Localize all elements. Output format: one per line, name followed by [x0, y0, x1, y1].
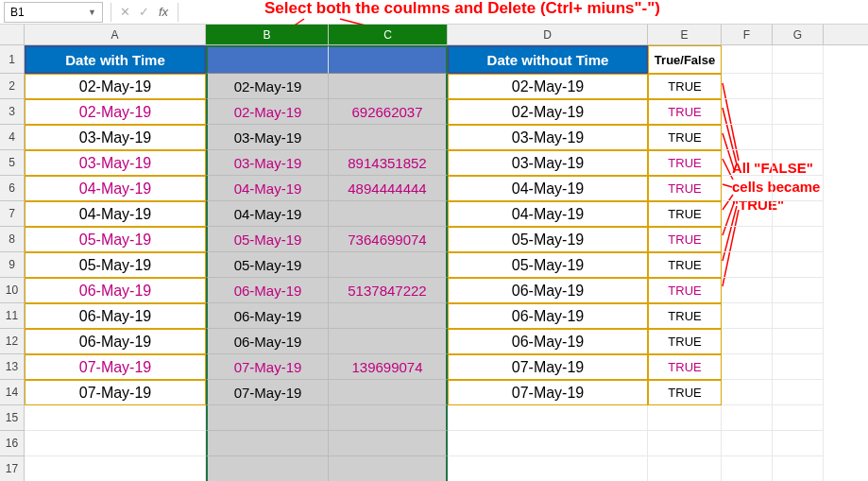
- cell-date-without-time[interactable]: 05-May-19: [448, 227, 648, 252]
- cell[interactable]: [722, 45, 773, 74]
- cell[interactable]: [773, 252, 824, 278]
- row-header[interactable]: 14: [0, 380, 25, 405]
- cell-selected-c[interactable]: [329, 74, 448, 99]
- fx-icon[interactable]: fx: [159, 5, 168, 19]
- cell[interactable]: [722, 380, 773, 405]
- cell[interactable]: [648, 405, 722, 431]
- row-header[interactable]: 8: [0, 227, 25, 252]
- cell[interactable]: [722, 99, 773, 125]
- cell[interactable]: [773, 456, 824, 481]
- cell-true-false[interactable]: TRUE: [648, 278, 722, 303]
- row-header[interactable]: 15: [0, 405, 25, 431]
- cell-date-with-time[interactable]: 05-May-19: [25, 227, 206, 252]
- cell[interactable]: [722, 278, 773, 303]
- row-header[interactable]: 3: [0, 99, 25, 125]
- row-header[interactable]: 7: [0, 201, 25, 227]
- col-header-c[interactable]: C: [329, 25, 448, 44]
- header-cell-true-false[interactable]: True/False: [648, 45, 722, 74]
- cell-selected-b[interactable]: 07-May-19: [206, 354, 329, 380]
- cell[interactable]: [722, 456, 773, 481]
- cell[interactable]: [722, 252, 773, 278]
- cell-selected-b[interactable]: 07-May-19: [206, 380, 329, 405]
- cell-selected-c[interactable]: 7364699074: [329, 227, 448, 252]
- select-all-corner[interactable]: [0, 25, 25, 44]
- cell-true-false[interactable]: TRUE: [648, 329, 722, 354]
- col-header-b[interactable]: B: [206, 25, 329, 44]
- row-header[interactable]: 11: [0, 303, 25, 329]
- cell-date-without-time[interactable]: 04-May-19: [448, 176, 648, 201]
- cell[interactable]: [648, 456, 722, 481]
- selected-header-c[interactable]: [329, 45, 448, 74]
- cell-selected-b[interactable]: 02-May-19: [206, 74, 329, 99]
- cell-date-with-time[interactable]: 03-May-19: [25, 150, 206, 176]
- confirm-icon[interactable]: ✓: [134, 3, 153, 22]
- cell[interactable]: [722, 303, 773, 329]
- cell-date-without-time[interactable]: 03-May-19: [448, 150, 648, 176]
- row-header[interactable]: 9: [0, 252, 25, 278]
- cell-date-without-time[interactable]: 07-May-19: [448, 380, 648, 405]
- col-header-e[interactable]: E: [648, 25, 722, 44]
- cell[interactable]: [773, 74, 824, 99]
- cell[interactable]: [773, 99, 824, 125]
- cell[interactable]: [773, 329, 824, 354]
- cell-date-with-time[interactable]: 02-May-19: [25, 74, 206, 99]
- selected-header-b[interactable]: [206, 45, 329, 74]
- cell-date-with-time[interactable]: 06-May-19: [25, 303, 206, 329]
- cell-selected-b[interactable]: 03-May-19: [206, 125, 329, 150]
- cell-true-false[interactable]: TRUE: [648, 125, 722, 150]
- cell[interactable]: [206, 405, 329, 431]
- cell-selected-c[interactable]: 692662037: [329, 99, 448, 125]
- cell[interactable]: [448, 405, 648, 431]
- cell-date-with-time[interactable]: 07-May-19: [25, 380, 206, 405]
- cell[interactable]: [722, 431, 773, 456]
- cell[interactable]: [448, 431, 648, 456]
- col-header-f[interactable]: F: [722, 25, 773, 44]
- cell[interactable]: [773, 431, 824, 456]
- cell-selected-c[interactable]: 4894444444: [329, 176, 448, 201]
- cell[interactable]: [329, 405, 448, 431]
- cell-true-false[interactable]: TRUE: [648, 99, 722, 125]
- cell-date-with-time[interactable]: 06-May-19: [25, 329, 206, 354]
- cell-selected-c[interactable]: [329, 252, 448, 278]
- cell-true-false[interactable]: TRUE: [648, 176, 722, 201]
- cell[interactable]: [25, 456, 206, 481]
- cell-true-false[interactable]: TRUE: [648, 201, 722, 227]
- cell-date-with-time[interactable]: 04-May-19: [25, 176, 206, 201]
- row-header[interactable]: 16: [0, 431, 25, 456]
- cell-date-without-time[interactable]: 05-May-19: [448, 252, 648, 278]
- row-header[interactable]: 5: [0, 150, 25, 176]
- cell[interactable]: [722, 74, 773, 99]
- cell-date-without-time[interactable]: 02-May-19: [448, 99, 648, 125]
- row-header[interactable]: 4: [0, 125, 25, 150]
- cell-date-with-time[interactable]: 06-May-19: [25, 278, 206, 303]
- cell-selected-c[interactable]: 8914351852: [329, 150, 448, 176]
- cell[interactable]: [722, 201, 773, 227]
- cell-selected-b[interactable]: 05-May-19: [206, 252, 329, 278]
- cell[interactable]: [773, 176, 824, 201]
- cell-true-false[interactable]: TRUE: [648, 74, 722, 99]
- cell-selected-b[interactable]: 06-May-19: [206, 329, 329, 354]
- cell-true-false[interactable]: TRUE: [648, 150, 722, 176]
- cell-selected-c[interactable]: [329, 201, 448, 227]
- cell-selected-c[interactable]: 139699074: [329, 354, 448, 380]
- chevron-down-icon[interactable]: ▼: [88, 8, 96, 17]
- cell-selected-b[interactable]: 02-May-19: [206, 99, 329, 125]
- row-header[interactable]: 17: [0, 456, 25, 481]
- cell-date-without-time[interactable]: 07-May-19: [448, 354, 648, 380]
- cell-true-false[interactable]: TRUE: [648, 303, 722, 329]
- cell-date-without-time[interactable]: 06-May-19: [448, 278, 648, 303]
- cell[interactable]: [722, 125, 773, 150]
- cell[interactable]: [773, 278, 824, 303]
- row-header[interactable]: 2: [0, 74, 25, 99]
- row-header[interactable]: 12: [0, 329, 25, 354]
- cell-date-without-time[interactable]: 04-May-19: [448, 201, 648, 227]
- cell[interactable]: [773, 303, 824, 329]
- cell[interactable]: [648, 431, 722, 456]
- cell-date-without-time[interactable]: 02-May-19: [448, 74, 648, 99]
- col-header-a[interactable]: A: [25, 25, 206, 44]
- cell-date-with-time[interactable]: 07-May-19: [25, 354, 206, 380]
- cell[interactable]: [206, 431, 329, 456]
- cell[interactable]: [722, 176, 773, 201]
- cell-true-false[interactable]: TRUE: [648, 354, 722, 380]
- cell-selected-c[interactable]: [329, 303, 448, 329]
